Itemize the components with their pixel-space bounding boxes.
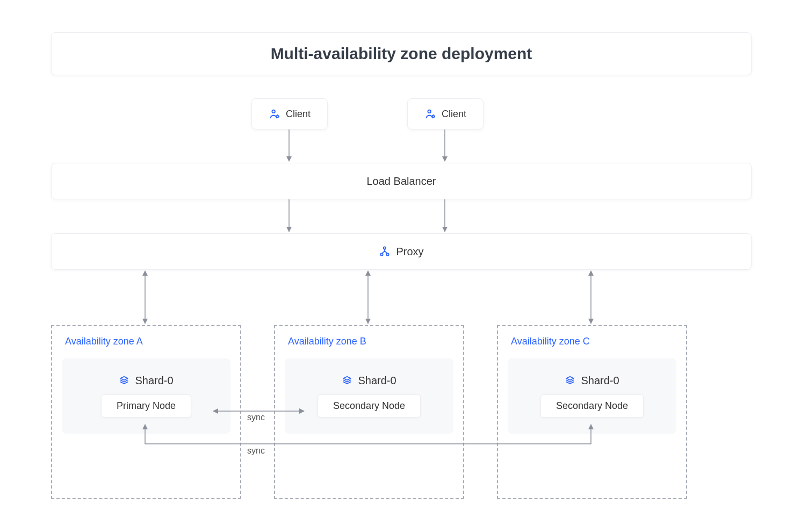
availability-zone-b: Availability zone B Shard-0 Secondary No… <box>274 325 464 499</box>
shard-icon <box>119 376 129 386</box>
load-balancer-box: Load Balancer <box>51 163 752 199</box>
availability-zone-c: Availability zone C Shard-0 Secondary No… <box>497 325 687 499</box>
shard-b-label: Shard-0 <box>358 375 396 387</box>
secondary-node-c: Secondary Node <box>540 394 644 418</box>
shard-b: Shard-0 Secondary Node <box>285 358 453 434</box>
az-a-label: Availability zone A <box>65 336 143 347</box>
shard-icon <box>342 376 352 386</box>
proxy-label: Proxy <box>396 246 423 258</box>
az-c-label: Availability zone C <box>511 336 590 347</box>
load-balancer-label: Load Balancer <box>367 175 436 188</box>
sync-label-2: sync <box>247 446 265 456</box>
shard-icon <box>565 376 575 386</box>
shard-c: Shard-0 Secondary Node <box>508 358 676 434</box>
proxy-box: Proxy <box>51 233 752 270</box>
secondary-node-b: Secondary Node <box>318 394 421 418</box>
svg-point-2 <box>428 110 431 113</box>
client-icon <box>269 108 280 120</box>
client-left-box: Client <box>251 98 328 130</box>
title-box: Multi-availability zone deployment <box>51 32 752 75</box>
diagram-title: Multi-availability zone deployment <box>271 45 532 63</box>
sync-label-1: sync <box>247 413 265 422</box>
client-icon <box>424 108 436 120</box>
az-b-label: Availability zone B <box>288 336 366 347</box>
client-right-label: Client <box>442 109 466 120</box>
shard-a-label: Shard-0 <box>135 375 173 387</box>
availability-zone-a: Availability zone A Shard-0 Primary Node <box>51 325 241 499</box>
shard-a: Shard-0 Primary Node <box>62 358 230 434</box>
proxy-icon <box>379 246 391 257</box>
primary-node-a: Primary Node <box>101 394 191 418</box>
client-right-box: Client <box>407 98 484 130</box>
client-left-label: Client <box>286 109 311 120</box>
shard-c-label: Shard-0 <box>581 375 619 387</box>
svg-point-0 <box>272 110 275 113</box>
